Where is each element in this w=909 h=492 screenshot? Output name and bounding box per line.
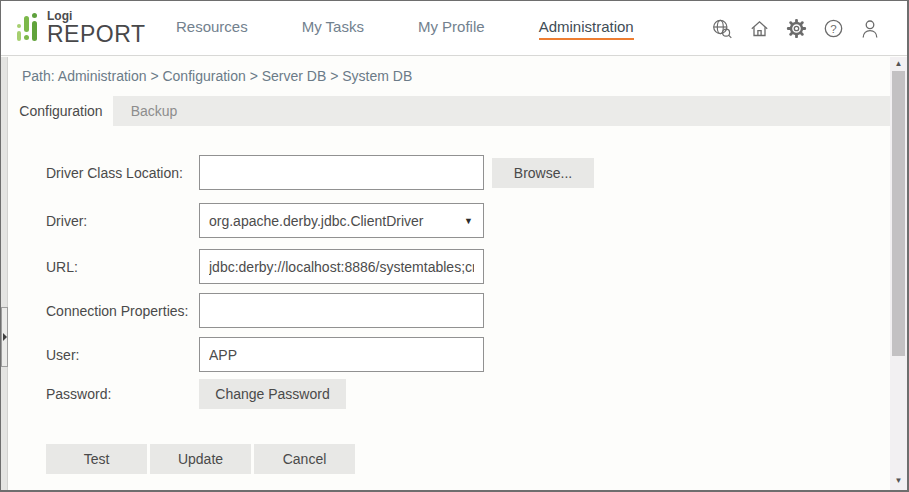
vertical-scrollbar: ▲ ▼ [890,57,907,490]
cancel-button[interactable]: Cancel [254,444,355,474]
driver-class-location-label: Driver Class Location: [46,165,199,181]
browse-button[interactable]: Browse... [492,158,594,188]
update-button[interactable]: Update [150,444,251,474]
password-row: Password: Change Password [46,379,890,409]
user-input[interactable] [199,337,484,372]
user-label: User: [46,347,199,363]
driver-select-value: org.apache.derby.jdbc.ClientDriver [209,213,424,229]
expand-panel-handle[interactable] [1,307,8,367]
tab-configuration[interactable]: Configuration [9,96,113,126]
logo-text-report: REPORT [47,23,145,46]
tab-bar: Configuration Backup [9,96,890,126]
nav-item-my-profile[interactable]: My Profile [418,18,485,40]
user-icon[interactable] [859,18,881,40]
url-label: URL: [46,259,199,275]
connection-properties-label: Connection Properties: [46,303,199,319]
scrollbar-thumb[interactable] [892,71,905,356]
tab-backup[interactable]: Backup [113,96,195,126]
password-label: Password: [46,386,199,402]
nav-icon-group: ? [711,1,881,56]
driver-class-location-input[interactable] [199,155,484,190]
svg-text:?: ? [830,23,836,35]
scroll-up-arrow-icon[interactable]: ▲ [890,57,907,71]
driver-class-location-row: Driver Class Location: Browse... [46,155,890,190]
help-icon[interactable]: ? [822,18,844,40]
chevron-right-icon [3,333,7,341]
user-row: User: [46,337,890,372]
logo-text: Logi REPORT [47,10,145,46]
system-db-form: Driver Class Location: Browse... Driver:… [9,126,890,474]
configuration-panel: Driver Class Location: Browse... Driver:… [9,126,890,490]
collapsed-left-panel [1,57,8,490]
driver-label: Driver: [46,213,199,229]
connection-properties-input[interactable] [199,293,484,328]
scroll-down-arrow-icon[interactable]: ▼ [890,474,907,488]
top-nav: Logi REPORT Resources My Tasks My Profil… [1,1,907,56]
nav-item-my-tasks[interactable]: My Tasks [302,18,364,40]
nav-item-resources[interactable]: Resources [176,18,248,40]
globe-search-icon[interactable] [711,18,733,40]
app-window: Logi REPORT Resources My Tasks My Profil… [0,0,909,492]
url-row: URL: [46,249,890,284]
driver-row: Driver: org.apache.derby.jdbc.ClientDriv… [46,203,890,238]
nav-item-administration[interactable]: Administration [539,18,634,40]
logo-bars-icon [17,10,43,46]
chevron-down-icon: ▼ [464,216,473,226]
home-icon[interactable] [748,18,770,40]
main-nav: Resources My Tasks My Profile Administra… [176,1,634,56]
gear-icon[interactable] [785,18,807,40]
driver-select[interactable]: org.apache.derby.jdbc.ClientDriver ▼ [199,203,484,238]
form-actions: Test Update Cancel [46,444,890,474]
connection-properties-row: Connection Properties: [46,293,890,328]
test-button[interactable]: Test [46,444,147,474]
logi-report-logo[interactable]: Logi REPORT [17,10,145,46]
change-password-button[interactable]: Change Password [199,379,346,409]
url-input[interactable] [199,249,484,284]
breadcrumb: Path: Administration > Configuration > S… [9,57,890,96]
